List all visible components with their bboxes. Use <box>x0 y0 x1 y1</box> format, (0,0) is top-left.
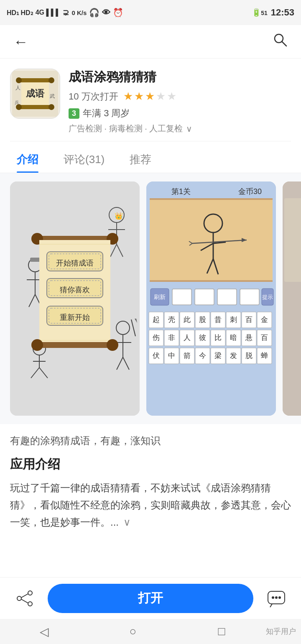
comment-button[interactable] <box>262 584 291 613</box>
svg-point-6 <box>16 77 22 83</box>
svg-text:人: 人 <box>184 334 191 342</box>
svg-line-140 <box>21 599 28 603</box>
svg-line-139 <box>21 594 28 598</box>
svg-text:非: 非 <box>168 334 175 342</box>
app-name: 成语涂鸦猜猜猜 <box>69 69 291 86</box>
app-opens: 10 万次打开 <box>69 90 118 103</box>
svg-text:暗: 暗 <box>230 334 237 342</box>
svg-text:壳: 壳 <box>168 316 175 324</box>
star-4: ★ <box>156 90 166 103</box>
time-display: 12:53 <box>271 7 294 18</box>
svg-point-136 <box>17 596 21 601</box>
nav-back-button[interactable]: ◁ <box>0 625 89 639</box>
svg-line-145 <box>270 604 272 607</box>
wifi-icon: ⊋ <box>63 8 69 17</box>
nav-home-button[interactable]: ○ <box>89 625 177 638</box>
tab-intro[interactable]: 介绍 <box>17 146 38 173</box>
svg-text:兵: 兵 <box>15 100 19 105</box>
nav-bar: ◁ ○ □ 知乎用户 <box>0 619 301 644</box>
svg-rect-4 <box>19 78 51 82</box>
svg-point-0 <box>275 34 283 43</box>
svg-text:刷新: 刷新 <box>154 294 166 300</box>
desc-text: 玩过了千篇一律的成语猜猜看，不妨来试试《成语涂鸦猜猜猜》，看似随性不经意的涂鸦，… <box>10 480 291 531</box>
svg-text:梁: 梁 <box>214 352 222 360</box>
star-5: ★ <box>167 90 176 103</box>
tab-recommend[interactable]: 推荐 <box>130 146 151 173</box>
screenshots-section: 👑 <box>0 173 301 424</box>
svg-rect-80 <box>240 289 259 305</box>
desc-tagline: 有趣的涂鸦猜成语，有趣，涨知识 <box>10 434 291 447</box>
svg-rect-133 <box>284 198 301 282</box>
svg-rect-61 <box>150 198 273 200</box>
svg-text:发: 发 <box>230 352 237 360</box>
svg-rect-77 <box>172 289 191 305</box>
svg-point-9 <box>48 104 54 110</box>
svg-text:此: 此 <box>184 316 191 324</box>
svg-text:百: 百 <box>261 334 268 342</box>
svg-text:开始猜成语: 开始猜成语 <box>56 259 94 267</box>
app-meta: 10 万次打开 ★ ★ ★ ★ ★ <box>69 90 291 103</box>
svg-text:刺: 刺 <box>230 316 237 324</box>
bottom-action-bar: 打开 <box>0 577 301 619</box>
svg-rect-45 <box>37 342 112 348</box>
expand-description-button[interactable]: ∨ <box>123 516 131 528</box>
tabs-container: 介绍 评论(31) 推荐 <box>0 146 301 173</box>
svg-text:蝉: 蝉 <box>261 352 268 360</box>
search-button[interactable] <box>269 29 291 54</box>
share-button[interactable] <box>10 584 39 613</box>
screenshot-1: 👑 <box>10 181 140 416</box>
screenshots-scroll[interactable]: 👑 <box>0 181 301 416</box>
svg-point-46 <box>31 339 43 351</box>
nav-label: 知乎用户 <box>266 626 301 636</box>
alarm-icon: ⏰ <box>113 8 123 18</box>
screenshot-3 <box>283 181 301 416</box>
svg-text:脱: 脱 <box>245 352 253 360</box>
tab-reviews[interactable]: 评论(31) <box>64 146 105 173</box>
svg-text:伤: 伤 <box>153 334 160 342</box>
svg-text:股: 股 <box>199 316 206 324</box>
svg-text:人: 人 <box>15 85 20 91</box>
data-speed: 0 K/s <box>71 9 87 16</box>
svg-text:比: 比 <box>214 334 222 342</box>
svg-point-7 <box>48 77 54 83</box>
open-button[interactable]: 打开 <box>48 584 253 613</box>
star-rating: ★ ★ ★ ★ ★ <box>123 90 176 103</box>
tabs: 介绍 评论(31) 推荐 <box>0 146 301 173</box>
svg-text:昔: 昔 <box>214 316 222 324</box>
svg-point-47 <box>107 339 118 351</box>
divider-1 <box>10 141 291 141</box>
checks-text: 广告检测 · 病毒检测 · 人工复检 <box>69 123 183 134</box>
svg-line-1 <box>282 42 286 46</box>
svg-point-8 <box>16 104 22 110</box>
app-icon: 成语 人 武 兵 <box>10 69 60 119</box>
svg-text:悬: 悬 <box>245 334 253 342</box>
screenshot-2: 第1关 金币30 <box>146 181 276 416</box>
svg-text:今: 今 <box>199 352 206 360</box>
nav-recent-button[interactable]: □ <box>177 625 266 638</box>
svg-rect-60 <box>150 198 273 282</box>
age-badge: 3 <box>69 108 79 119</box>
svg-text:👑: 👑 <box>115 212 123 220</box>
app-age: 3 年满 3 周岁 <box>69 107 291 120</box>
app-info-section: 成语 人 武 兵 成语涂鸦猜猜猜 10 万次打开 ★ ★ ★ ★ ★ 3 年满 … <box>0 59 301 141</box>
svg-point-142 <box>272 596 274 599</box>
status-bar: HD₁ HD₂ 4G ▌▌▌ ⊋ 0 K/s 🎧 👁 ⏰ 🔋51 12:53 <box>0 0 301 25</box>
svg-text:武: 武 <box>50 93 55 99</box>
svg-rect-22 <box>30 258 40 262</box>
app-checks: 广告检测 · 病毒检测 · 人工复检 ∨ <box>69 123 291 134</box>
description-section: 有趣的涂鸦猜成语，有趣，涨知识 应用介绍 玩过了千篇一律的成语猜猜看，不妨来试试… <box>0 424 301 537</box>
svg-point-144 <box>278 596 281 599</box>
svg-text:提示: 提示 <box>262 294 273 300</box>
eye-icon: 👁 <box>102 8 110 18</box>
svg-text:伏: 伏 <box>153 352 160 360</box>
svg-text:重新开始: 重新开始 <box>60 313 90 322</box>
svg-text:百: 百 <box>245 316 253 324</box>
svg-point-138 <box>28 602 32 606</box>
svg-rect-79 <box>217 289 237 305</box>
app-details: 成语涂鸦猜猜猜 10 万次打开 ★ ★ ★ ★ ★ 3 年满 3 周岁 广告检测… <box>69 69 291 134</box>
age-text: 年满 3 周岁 <box>83 107 130 120</box>
checks-expand-icon[interactable]: ∨ <box>186 124 192 134</box>
battery-icon: 🔋51 <box>252 8 268 17</box>
svg-point-143 <box>275 596 278 599</box>
back-button[interactable]: ← <box>10 30 32 54</box>
